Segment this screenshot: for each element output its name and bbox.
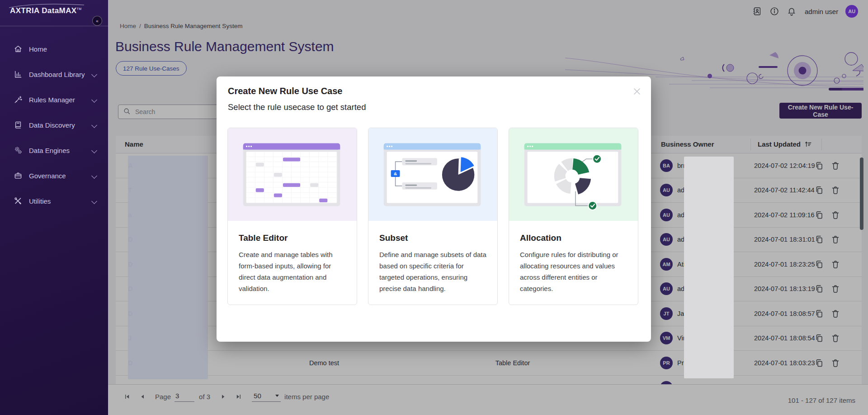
chevron-down-icon <box>91 148 97 153</box>
dashboard-icon <box>14 70 23 79</box>
check-badge <box>588 201 597 210</box>
card-title: Allocation <box>520 233 638 243</box>
utilities-icon <box>14 196 23 205</box>
data-engines-icon <box>14 146 23 155</box>
subset-illustration: & <box>368 128 497 221</box>
card-description: Configure rules for distributing or allo… <box>520 249 627 294</box>
app-logo: AXTRIA DataMAXTM <box>10 6 82 15</box>
sidebar-item-utilities[interactable]: Utilities <box>0 188 108 214</box>
chevron-down-icon <box>91 198 97 204</box>
governance-icon <box>14 171 23 180</box>
sidebar-item-label: Data Discovery <box>29 121 75 129</box>
sidebar-nav: HomeDashboard LibraryRules ManagerData D… <box>0 36 108 214</box>
table-editor-illustration <box>228 128 357 221</box>
app-screen: AXTRIA DataMAXTM « HomeDashboard Library… <box>0 0 868 415</box>
sidebar-item-rules-manager[interactable]: Rules Manager <box>0 87 108 112</box>
create-rule-use-case-modal: Create New Rule Use Case Select the rule… <box>217 76 651 342</box>
card-table-editor[interactable]: Table Editor Create and manage tables wi… <box>227 128 357 305</box>
sidebar: AXTRIA DataMAXTM « HomeDashboard Library… <box>0 0 108 415</box>
chevron-down-icon <box>91 72 97 77</box>
redacted-name-column <box>128 156 208 379</box>
modal-subtitle: Select the rule usecase to get started <box>228 102 366 112</box>
modal-title: Create New Rule Use Case <box>228 86 342 96</box>
use-case-cards: Table Editor Create and manage tables wi… <box>227 128 638 305</box>
sidebar-item-label: Utilities <box>29 197 51 205</box>
sidebar-item-data-engines[interactable]: Data Engines <box>0 138 108 163</box>
card-description: Create and manage tables with form-based… <box>239 249 346 294</box>
sidebar-item-label: Data Engines <box>29 147 70 154</box>
sidebar-item-governance[interactable]: Governance <box>0 163 108 188</box>
sidebar-collapse-button[interactable]: « <box>92 16 102 26</box>
card-title: Table Editor <box>239 233 357 243</box>
redacted-owner-column <box>684 157 734 378</box>
check-badge <box>593 155 601 163</box>
chevron-down-icon <box>91 97 97 103</box>
sidebar-item-dashboard-library[interactable]: Dashboard Library <box>0 62 108 87</box>
sidebar-item-label: Governance <box>29 172 66 180</box>
chevron-down-icon <box>91 173 97 179</box>
sidebar-item-data-discovery[interactable]: Data Discovery <box>0 112 108 138</box>
chevron-down-icon <box>91 122 97 128</box>
sidebar-divider <box>0 26 108 26</box>
sidebar-item-label: Dashboard Library <box>29 71 85 78</box>
allocation-illustration <box>509 128 638 221</box>
card-allocation[interactable]: Allocation Configure rules for distribut… <box>509 128 638 305</box>
sidebar-item-label: Rules Manager <box>29 96 75 104</box>
rules-manager-icon <box>14 95 23 104</box>
sidebar-item-home[interactable]: Home <box>0 36 108 62</box>
close-icon[interactable] <box>633 87 641 95</box>
card-subset[interactable]: & Subset Define and manage subsets of da… <box>368 128 498 305</box>
sidebar-item-label: Home <box>29 45 47 53</box>
card-description: Define and manage subsets of data based … <box>379 249 486 294</box>
home-icon <box>14 44 23 53</box>
svg-text:&: & <box>394 171 397 176</box>
card-title: Subset <box>379 233 497 243</box>
data-discovery-icon <box>14 120 23 129</box>
